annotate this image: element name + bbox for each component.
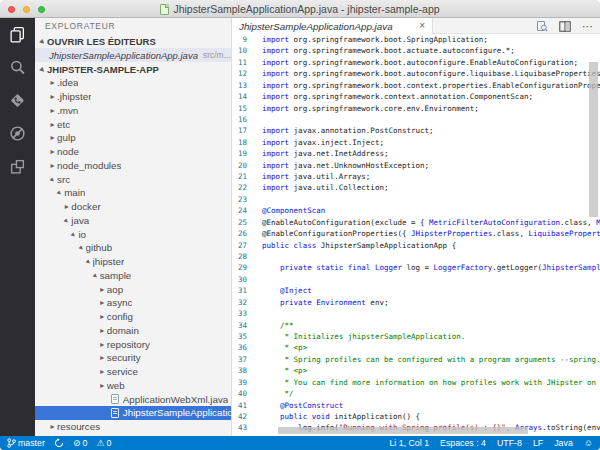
line-number[interactable]: 42	[232, 411, 254, 422]
line-number[interactable]: 28	[232, 251, 254, 262]
tree-item-node-modules[interactable]: ▸node_modules	[35, 159, 231, 173]
tree-item-sample[interactable]: ▸sample	[35, 269, 231, 283]
tree-item-main[interactable]: ▸main	[35, 186, 231, 200]
code-line-29[interactable]: 29 private static final Logger log = Log…	[232, 262, 600, 273]
code-line-27[interactable]: 27public class JhipsterSampleApplication…	[232, 240, 600, 251]
warning-count[interactable]: ⚠ 0	[96, 438, 111, 448]
code-line-19[interactable]: 19import java.net.InetAddress;	[232, 148, 600, 159]
code-line-33[interactable]: 33	[232, 308, 600, 319]
line-number[interactable]: 40	[232, 388, 254, 399]
line-number[interactable]: 9	[232, 34, 254, 45]
tree-item-applicationwebxml-java[interactable]: ApplicationWebXml.java	[35, 392, 231, 406]
open-editors-section-header[interactable]: ▸ OUVRIR LES ÉDITEURS	[35, 34, 231, 48]
tree-item-java[interactable]: ▸java	[35, 214, 231, 228]
code-line-11[interactable]: 11import org.springframework.boot.autoco…	[232, 57, 600, 68]
line-number[interactable]: 19	[232, 148, 254, 159]
line-number[interactable]: 41	[232, 400, 254, 411]
line-number[interactable]: 14	[232, 91, 254, 102]
line-number[interactable]: 26	[232, 228, 254, 239]
line-number[interactable]: 12	[232, 68, 254, 79]
tree-item-jhipster[interactable]: ▸jhipster	[35, 255, 231, 269]
cursor-position[interactable]: Li 1, Col 1	[389, 438, 429, 448]
line-number[interactable]: 31	[232, 285, 254, 296]
line-number[interactable]: 20	[232, 160, 254, 171]
tree-item--jhipster[interactable]: ▸.jhipster	[35, 90, 231, 104]
line-number[interactable]: 36	[232, 342, 254, 353]
line-number[interactable]: 17	[232, 125, 254, 136]
tree-item--idea[interactable]: ▸.idea	[35, 76, 231, 90]
tree-item-async[interactable]: ▸async	[35, 296, 231, 310]
tree-item-web[interactable]: ▸web	[35, 379, 231, 393]
source-control-icon[interactable]	[0, 84, 35, 117]
line-number[interactable]: 16	[232, 114, 254, 125]
code-line-12[interactable]: 12import org.springframework.boot.autoco…	[232, 68, 600, 79]
line-number[interactable]: 43	[232, 422, 254, 433]
code-line-22[interactable]: 22import java.util.Collection;	[232, 182, 600, 193]
tab-close-icon[interactable]: ×	[419, 21, 425, 31]
line-number[interactable]: 25	[232, 217, 254, 228]
tree-item-security[interactable]: ▸security	[35, 351, 231, 365]
code-line-41[interactable]: 41 @PostConstruct	[232, 400, 600, 411]
code-line-18[interactable]: 18import javax.inject.Inject;	[232, 137, 600, 148]
tab-active-file[interactable]: JhipsterSampleApplicationApp.java ×	[232, 18, 433, 34]
line-number[interactable]: 18	[232, 137, 254, 148]
line-number[interactable]: 30	[232, 274, 254, 285]
line-number[interactable]: 33	[232, 308, 254, 319]
encoding-setting[interactable]: UTF-8	[497, 438, 522, 448]
feedback-smiley-icon[interactable]: ☺	[584, 439, 593, 448]
code-line-14[interactable]: 14import org.springframework.context.ann…	[232, 91, 600, 102]
tree-item--mvn[interactable]: ▸.mvn	[35, 104, 231, 118]
line-number[interactable]: 34	[232, 320, 254, 331]
tree-item-resources[interactable]: ▸resources	[35, 420, 231, 434]
code-line-42[interactable]: 42 public void initApplication() {	[232, 411, 600, 422]
code-line-13[interactable]: 13import org.springframework.boot.contex…	[232, 80, 600, 91]
horizontal-scrollbar[interactable]	[278, 427, 528, 434]
error-count[interactable]: ⊘ 0	[73, 438, 87, 448]
tree-item-github[interactable]: ▸github	[35, 241, 231, 255]
git-branch-indicator[interactable]: master	[7, 438, 45, 448]
tree-item-jhipstersampleapplicationapp-java[interactable]: JhipsterSampleApplicationApp.java	[35, 406, 231, 420]
tree-item-aop[interactable]: ▸aop	[35, 282, 231, 296]
line-number[interactable]: 38	[232, 365, 254, 376]
code-line-40[interactable]: 40 */	[232, 388, 600, 399]
tree-item-service[interactable]: ▸service	[35, 365, 231, 379]
line-number[interactable]: 21	[232, 171, 254, 182]
code-line-16[interactable]: 16	[232, 114, 600, 125]
line-number[interactable]: 35	[232, 331, 254, 342]
tree-item-node[interactable]: ▸node	[35, 145, 231, 159]
code-line-35[interactable]: 35 * Initializes jhipsterSampleApplicati…	[232, 331, 600, 342]
code-line-31[interactable]: 31 @Inject	[232, 285, 600, 296]
code-line-30[interactable]: 30	[232, 274, 600, 285]
line-number[interactable]: 27	[232, 240, 254, 251]
tree-item-gulp[interactable]: ▸gulp	[35, 131, 231, 145]
indentation-setting[interactable]: Espaces : 4	[440, 438, 486, 448]
code-line-21[interactable]: 21import java.util.Arrays;	[232, 171, 600, 182]
code-line-24[interactable]: 24@ComponentScan	[232, 205, 600, 216]
tree-item-src[interactable]: ▸src	[35, 172, 231, 186]
code-line-32[interactable]: 32 private Environment env;	[232, 297, 600, 308]
eol-setting[interactable]: LF	[533, 438, 543, 448]
line-number[interactable]: 29	[232, 262, 254, 273]
line-number[interactable]: 22	[232, 182, 254, 193]
code-line-38[interactable]: 38 * <p>	[232, 365, 600, 376]
project-section-header[interactable]: ▸ JHIPSTER-SAMPLE-APP	[35, 62, 231, 76]
code-line-15[interactable]: 15import org.springframework.core.env.En…	[232, 103, 600, 114]
code-line-17[interactable]: 17import javax.annotation.PostConstruct;	[232, 125, 600, 136]
vertical-scrollbar[interactable]	[589, 62, 598, 217]
code-line-39[interactable]: 39 * You can find more information on ho…	[232, 377, 600, 388]
tree-item-etc[interactable]: ▸etc	[35, 117, 231, 131]
extensions-icon[interactable]	[0, 150, 35, 183]
line-number[interactable]: 23	[232, 194, 254, 205]
split-editor-icon[interactable]	[559, 21, 571, 32]
line-number[interactable]: 32	[232, 297, 254, 308]
open-editor-entry[interactable]: JhipsterSampleApplicationApp.java src/m.…	[35, 48, 231, 62]
explorer-icon[interactable]	[0, 18, 35, 51]
code-line-37[interactable]: 37 * Spring profiles can be configured w…	[232, 354, 600, 365]
open-preview-icon[interactable]	[536, 20, 548, 32]
tree-item-config[interactable]: ▸config	[35, 310, 231, 324]
code-line-10[interactable]: 10import org.springframework.boot.actuat…	[232, 45, 600, 56]
more-actions-icon[interactable]: ⋯	[582, 22, 594, 30]
line-number[interactable]: 10	[232, 45, 254, 56]
code-line-25[interactable]: 25@EnableAutoConfiguration(exclude = { M…	[232, 217, 600, 228]
line-number[interactable]: 13	[232, 80, 254, 91]
